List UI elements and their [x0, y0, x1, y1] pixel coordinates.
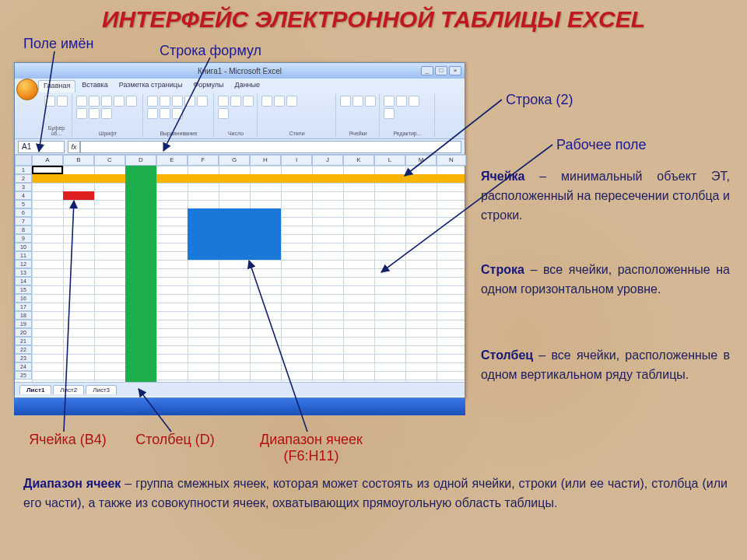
- row-header[interactable]: 9: [15, 234, 32, 243]
- group-number: Число: [218, 131, 254, 136]
- row-header[interactable]: 16: [15, 294, 32, 303]
- name-box[interactable]: A1: [18, 141, 65, 153]
- col-header[interactable]: G: [219, 155, 250, 166]
- row-header[interactable]: 12: [15, 260, 32, 268]
- tab-formulas[interactable]: Формулы: [188, 80, 228, 93]
- label-name-box: Поле имён: [23, 36, 93, 52]
- definition-column: Столбец – все ячейки, расположенные в од…: [481, 346, 730, 385]
- row-header[interactable]: 4: [15, 191, 32, 200]
- sheet-tab[interactable]: Лист2: [53, 385, 84, 394]
- row-header[interactable]: 8: [15, 226, 32, 234]
- row-header[interactable]: 15: [15, 285, 32, 294]
- tab-layout[interactable]: Разметка страницы: [114, 80, 188, 93]
- row-header[interactable]: 19: [15, 320, 32, 328]
- fx-icon[interactable]: fx: [68, 141, 80, 153]
- label-work-area: Рабочее поле: [556, 137, 647, 153]
- col-header[interactable]: I: [281, 155, 312, 166]
- col-header[interactable]: L: [374, 155, 405, 166]
- col-header[interactable]: C: [94, 155, 125, 166]
- office-button[interactable]: [16, 79, 38, 100]
- row-header[interactable]: 22: [15, 345, 32, 354]
- row-header[interactable]: 3: [15, 183, 32, 191]
- minimize-button[interactable]: _: [421, 66, 433, 75]
- formula-bar[interactable]: [80, 141, 461, 153]
- callout-column-d: Столбец (D): [132, 432, 218, 448]
- window-title: Книга1 - Microsoft Excel: [198, 67, 282, 75]
- row-header[interactable]: 6: [15, 208, 32, 217]
- tab-home[interactable]: Главная: [38, 80, 75, 93]
- tab-insert[interactable]: Вставка: [77, 80, 112, 93]
- row-header[interactable]: 7: [15, 217, 32, 226]
- sheet-tab[interactable]: Лист1: [19, 385, 51, 394]
- row-header[interactable]: 10: [15, 243, 32, 251]
- worksheet-area[interactable]: A B C D E F G H I J K L M N 123456789101…: [15, 155, 465, 382]
- select-all-corner[interactable]: [15, 155, 32, 166]
- row-header[interactable]: 13: [15, 268, 32, 277]
- windows-taskbar: [14, 398, 465, 415]
- col-header[interactable]: K: [343, 155, 374, 166]
- ribbon-tabs: Главная Вставка Разметка страницы Формул…: [15, 79, 465, 93]
- group-align: Выравнивание: [147, 131, 210, 136]
- definition-cell: Ячейка – минимальный объект ЭТ, располож…: [481, 167, 730, 225]
- row-header[interactable]: 18: [15, 311, 32, 320]
- row-header[interactable]: 20: [15, 328, 32, 337]
- ribbon: Главная Вставка Разметка страницы Формул…: [15, 79, 465, 139]
- maximize-button[interactable]: □: [435, 66, 447, 75]
- col-header[interactable]: D: [125, 155, 156, 166]
- window-titlebar: Книга1 - Microsoft Excel _ □ ×: [15, 63, 465, 79]
- col-header[interactable]: A: [32, 155, 63, 166]
- col-header[interactable]: J: [312, 155, 343, 166]
- label-row2: Строка (2): [506, 92, 573, 108]
- callout-range: Диапазон ячеек (F6:H11): [241, 432, 381, 464]
- excel-window: Книга1 - Microsoft Excel _ □ × Главная В…: [14, 62, 465, 398]
- label-formula-bar: Строка формул: [160, 43, 261, 59]
- close-button[interactable]: ×: [449, 66, 461, 75]
- group-cells: Ячейки: [340, 131, 376, 136]
- row-header[interactable]: 1: [15, 166, 32, 174]
- group-styles: Стили: [261, 131, 332, 136]
- col-header[interactable]: M: [405, 155, 437, 166]
- col-header[interactable]: B: [63, 155, 94, 166]
- definition-range: Диапазон ячеек – группа смежных ячеек, к…: [23, 474, 728, 513]
- row-header[interactable]: 5: [15, 200, 32, 208]
- callout-cell-b4: Ячейка (B4): [25, 432, 110, 448]
- row-header[interactable]: 14: [15, 277, 32, 285]
- row-header[interactable]: 21: [15, 337, 32, 345]
- col-header[interactable]: N: [437, 155, 466, 166]
- highlighted-column-d: [125, 166, 156, 382]
- row-header[interactable]: 25: [15, 371, 32, 380]
- highlighted-row-2: [32, 174, 465, 183]
- group-clipboard: Буфер об...: [44, 125, 68, 136]
- row-header[interactable]: 24: [15, 362, 32, 371]
- row-header[interactable]: 2: [15, 174, 32, 183]
- group-font: Шрифт: [76, 131, 139, 136]
- highlighted-cell-b4: [63, 191, 94, 200]
- row-header[interactable]: 17: [15, 303, 32, 311]
- sheet-tabs: Лист1 Лист2 Лист3: [15, 382, 465, 396]
- definition-row: Строка – все ячейки, расположенные на од…: [481, 261, 730, 299]
- col-header[interactable]: E: [156, 155, 188, 166]
- col-header[interactable]: F: [188, 155, 219, 166]
- row-header[interactable]: 11: [15, 251, 32, 260]
- active-cell-a1: [32, 166, 63, 174]
- slide-title: ИНТЕРФЕЙС ЭЛЕКТРОННОЙ ТАБЛИЦЫ EXCEL: [0, 6, 747, 33]
- col-header[interactable]: H: [250, 155, 281, 166]
- row-header[interactable]: 23: [15, 354, 32, 362]
- sheet-tab[interactable]: Лист3: [86, 385, 117, 394]
- tab-data[interactable]: Данные: [230, 80, 265, 93]
- highlighted-range-f6h11: [188, 208, 281, 260]
- group-edit: Редактир...: [384, 131, 431, 136]
